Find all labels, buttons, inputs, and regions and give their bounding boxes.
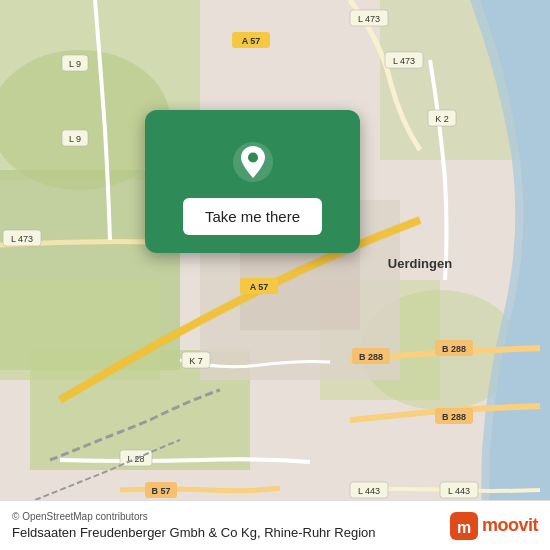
svg-text:L 9: L 9 <box>69 134 81 144</box>
svg-text:L 473: L 473 <box>393 56 415 66</box>
svg-text:L 9: L 9 <box>69 59 81 69</box>
svg-text:A 57: A 57 <box>242 36 261 46</box>
svg-text:B 57: B 57 <box>151 486 170 496</box>
osm-attribution: © OpenStreetMap contributors <box>12 511 440 522</box>
bottom-info: © OpenStreetMap contributors Feldsaaten … <box>12 511 440 540</box>
svg-rect-5 <box>0 280 160 380</box>
location-card: Take me there <box>145 110 360 253</box>
take-me-there-button[interactable]: Take me there <box>183 198 322 235</box>
svg-text:B 288: B 288 <box>442 344 466 354</box>
map-background: A 57 L 9 L 9 A 57 L 473 <box>0 0 550 550</box>
moovit-icon: m <box>450 512 478 540</box>
svg-text:L 443: L 443 <box>448 486 470 496</box>
svg-text:K 2: K 2 <box>435 114 449 124</box>
svg-text:Uerdingen: Uerdingen <box>388 256 452 271</box>
moovit-text: moovit <box>482 515 538 536</box>
map-container: A 57 L 9 L 9 A 57 L 473 <box>0 0 550 550</box>
location-pin-icon <box>231 140 275 184</box>
svg-text:L 473: L 473 <box>358 14 380 24</box>
svg-text:A 57: A 57 <box>250 282 269 292</box>
location-name: Feldsaaten Freudenberger Gmbh & Co Kg, R… <box>12 525 440 540</box>
svg-text:L 443: L 443 <box>358 486 380 496</box>
bottom-bar: © OpenStreetMap contributors Feldsaaten … <box>0 500 550 550</box>
svg-text:L 473: L 473 <box>11 234 33 244</box>
svg-text:B 288: B 288 <box>442 412 466 422</box>
svg-text:m: m <box>457 519 471 536</box>
svg-text:B 288: B 288 <box>359 352 383 362</box>
svg-text:K 7: K 7 <box>189 356 203 366</box>
moovit-logo: m moovit <box>450 512 538 540</box>
svg-point-45 <box>248 153 258 163</box>
